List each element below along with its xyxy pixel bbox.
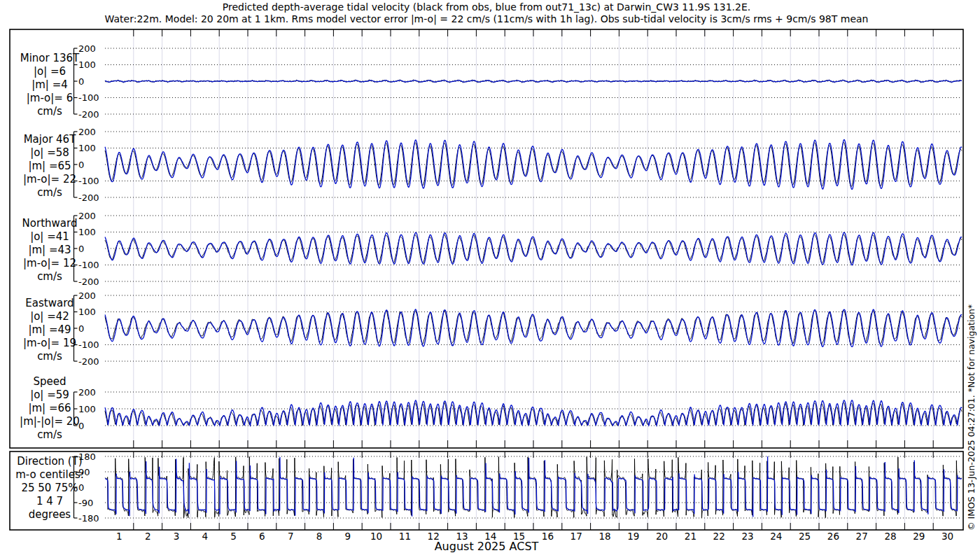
- panel-label-line: |m| =49: [6, 323, 94, 337]
- panel-label-line: |m| =4: [6, 78, 94, 92]
- panel-label-line: |o| =58: [6, 146, 94, 160]
- panel-label-line: 1 4 7: [6, 495, 94, 508]
- panel-label-dir: Direction (T)m-o centiles:25 50 75%1 4 7…: [6, 455, 94, 522]
- panel-label-line: m-o centiles:: [6, 468, 94, 482]
- panel-label-line: |o| =59: [6, 388, 94, 402]
- plot-frame: [10, 29, 963, 448]
- panel-label-line: cm/s: [6, 270, 94, 284]
- panel-label-minor: Minor 136T|o| =6|m| =4|m-o|= 6cm/s: [6, 52, 94, 118]
- panel-label-speed: Speed|o| =59|m| =66|m|-|o|= 20cm/s: [6, 375, 94, 442]
- panel-label-line: |m-o|= 22: [6, 173, 94, 186]
- panel-label-line: |o| =42: [6, 310, 94, 323]
- panel-label-line: |m-o|= 19: [6, 337, 94, 350]
- panel-label-line: Northward: [6, 217, 94, 230]
- tidal-velocity-figure: Predicted depth-average tidal velocity (…: [0, 0, 980, 560]
- watermark-attribution: © IMOS 13-Jun-2025 04:27:01. *Not for na…: [966, 304, 976, 531]
- chart-canvas: 2001000-100-2002001000-100-2002001000-10…: [0, 0, 980, 560]
- x-axis-label: August 2025 ACST: [10, 540, 963, 553]
- panel-label-east: Eastward|o| =42|m| =49|m-o|= 19cm/s: [6, 297, 94, 363]
- panel-label-line: 25 50 75%: [6, 482, 94, 495]
- panel-label-line: |m-o|= 12: [6, 257, 94, 270]
- panel-label-line: Eastward: [6, 297, 94, 310]
- panel-label-line: |m| =66: [6, 402, 94, 415]
- panel-label-line: |m-o|= 6: [6, 92, 94, 105]
- panel-label-line: Minor 136T: [6, 52, 94, 65]
- panel-label-line: |o| =41: [6, 230, 94, 244]
- panel-label-line: cm/s: [6, 105, 94, 118]
- panel-label-line: cm/s: [6, 428, 94, 442]
- panel-label-north: Northward|o| =41|m| =43|m-o|= 12cm/s: [6, 217, 94, 284]
- panel-label-line: degrees: [6, 508, 94, 522]
- panel-label-line: Major 46T: [6, 133, 94, 146]
- panel-label-major: Major 46T|o| =58|m| =65|m-o|= 22cm/s: [6, 133, 94, 200]
- panel-label-line: |o| =6: [6, 65, 94, 78]
- panel-label-line: cm/s: [6, 350, 94, 363]
- panel-label-line: cm/s: [6, 186, 94, 200]
- panel-label-line: |m|-|o|= 20: [6, 415, 94, 428]
- panel-label-line: |m| =43: [6, 244, 94, 257]
- panel-label-line: Speed: [6, 375, 94, 388]
- panel-label-line: |m| =65: [6, 160, 94, 173]
- panel-label-line: Direction (T): [6, 455, 94, 468]
